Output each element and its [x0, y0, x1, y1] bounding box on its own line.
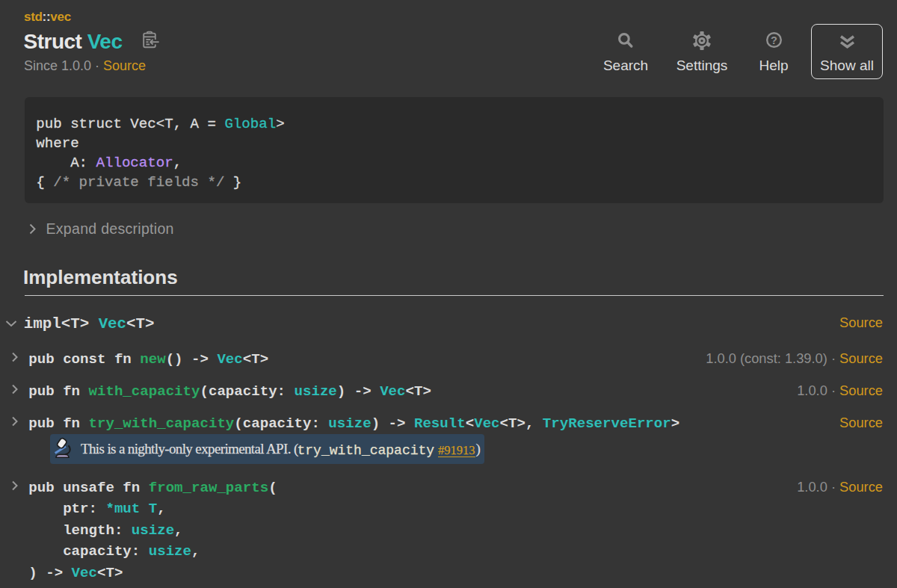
svg-text:?: ? [771, 34, 777, 46]
